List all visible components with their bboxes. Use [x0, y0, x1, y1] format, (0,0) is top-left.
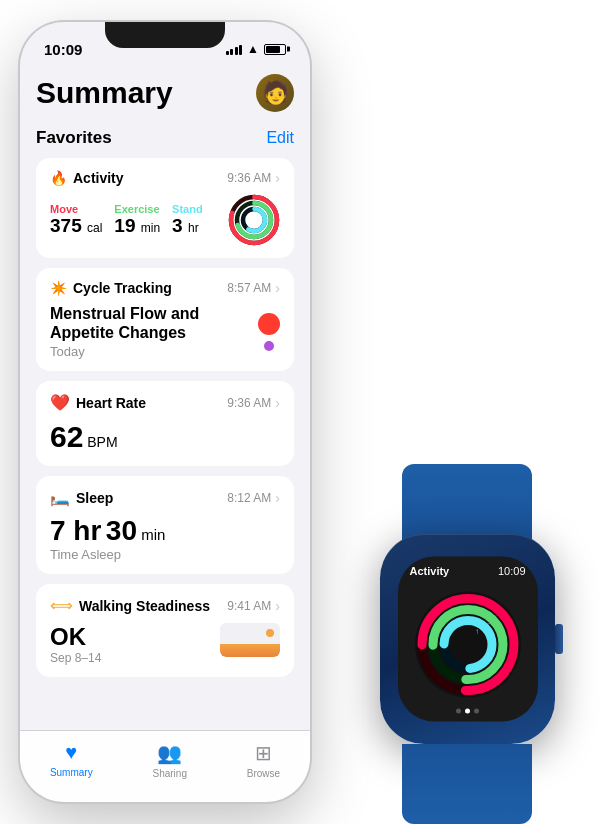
cycle-title-row: ✴️ Cycle Tracking [50, 280, 172, 296]
watch-dot-3 [474, 709, 479, 714]
move-metric: Move 375 cal [50, 203, 102, 237]
walking-title-row: ⟺ Walking Steadiness [50, 596, 210, 615]
walking-card-header: ⟺ Walking Steadiness 9:41 AM › [50, 596, 280, 615]
edit-button[interactable]: Edit [266, 129, 294, 147]
summary-tab-icon: ♥ [65, 741, 77, 764]
favorites-label: Favorites [36, 128, 112, 148]
watch-band-bottom [402, 744, 532, 824]
steadiness-bar [220, 623, 280, 657]
watch-screen: Activity 10:09 → [398, 557, 538, 722]
walking-card[interactable]: ⟺ Walking Steadiness 9:41 AM › OK Sep 8–… [36, 584, 294, 677]
cycle-card[interactable]: ✴️ Cycle Tracking 8:57 AM › Menstrual Fl… [36, 268, 294, 371]
steadiness-dot [266, 629, 274, 637]
avatar-emoji: 🧑 [262, 80, 289, 106]
sleep-subtitle: Time Asleep [50, 547, 280, 562]
activity-time: 9:36 AM › [227, 170, 280, 186]
watch-dots [398, 709, 538, 722]
flame-icon: 🔥 [50, 170, 67, 186]
move-value: 375 cal [50, 215, 102, 237]
sleep-value: 7 hr 30 min [50, 515, 280, 547]
walking-time: 9:41 AM › [227, 598, 280, 614]
activity-card[interactable]: 🔥 Activity 9:36 AM › Move 375 cal [36, 158, 294, 258]
steadiness-value: OK [50, 623, 101, 651]
activity-rings [228, 194, 280, 246]
status-icons: ▲ [226, 42, 286, 56]
cycle-card-header: ✴️ Cycle Tracking 8:57 AM › [50, 280, 280, 296]
signal-icon [226, 44, 243, 55]
sleep-icon: 🛏️ [50, 488, 70, 507]
heart-title-row: ❤️ Heart Rate [50, 393, 146, 412]
watch-dot-1 [456, 709, 461, 714]
watch-status-bar: Activity 10:09 [398, 557, 538, 581]
favorites-header: Favorites Edit [36, 128, 294, 148]
heart-rate-card[interactable]: ❤️ Heart Rate 9:36 AM › 62 BPM [36, 381, 294, 466]
sleep-time: 8:12 AM › [227, 490, 280, 506]
cycle-title: Cycle Tracking [73, 280, 172, 296]
watch-rings-svg: → → ↑ [413, 590, 523, 700]
metrics-row: Move 375 cal Exercise 19 min Stand 3 hr [50, 203, 203, 237]
chevron-icon: › [275, 170, 280, 186]
iphone-device: 10:09 ▲ Summa [20, 22, 310, 802]
steadiness-text: OK Sep 8–14 [50, 623, 101, 665]
watch-time: 10:09 [498, 565, 526, 577]
cycle-content: Menstrual Flow and Appetite Changes Toda… [50, 304, 280, 359]
watch-band-top [402, 464, 532, 544]
cycle-time: 8:57 AM › [227, 280, 280, 296]
watch-title: Activity [410, 565, 450, 577]
sharing-tab-label: Sharing [152, 768, 186, 779]
browse-tab-icon: ⊞ [255, 741, 272, 765]
sharing-tab-icon: 👥 [157, 741, 182, 765]
watch-crown [555, 624, 563, 654]
chevron-icon: › [275, 280, 280, 296]
exercise-value: 19 min [114, 215, 160, 237]
cycle-dots [258, 313, 280, 351]
cycle-subtitle: Today [50, 344, 258, 359]
exercise-label: Exercise [114, 203, 160, 215]
steadiness-content: OK Sep 8–14 [50, 623, 280, 665]
heart-time: 9:36 AM › [227, 395, 280, 411]
sleep-card-header: 🛏️ Sleep 8:12 AM › [50, 488, 280, 507]
battery-icon [264, 44, 286, 55]
browse-tab-label: Browse [247, 768, 280, 779]
cycle-icon: ✴️ [50, 280, 67, 296]
status-time: 10:09 [44, 41, 82, 58]
summary-tab-label: Summary [50, 767, 93, 778]
activity-title-row: 🔥 Activity [50, 170, 124, 186]
sleep-title-row: 🛏️ Sleep [50, 488, 113, 507]
sleep-card[interactable]: 🛏️ Sleep 8:12 AM › 7 hr 30 min Time Asle… [36, 476, 294, 574]
tab-bar: ♥ Summary 👥 Sharing ⊞ Browse [20, 730, 310, 802]
iphone-notch [105, 22, 225, 48]
activity-title: Activity [73, 170, 124, 186]
watch-body: Activity 10:09 → [380, 534, 555, 744]
walking-icon: ⟺ [50, 596, 73, 615]
page-title: Summary [36, 76, 173, 110]
activity-card-header: 🔥 Activity 9:36 AM › [50, 170, 280, 186]
avatar[interactable]: 🧑 [256, 74, 294, 112]
tab-summary[interactable]: ♥ Summary [50, 741, 93, 778]
heart-card-header: ❤️ Heart Rate 9:36 AM › [50, 393, 280, 412]
steadiness-fill [220, 644, 280, 658]
walking-title: Walking Steadiness [79, 598, 210, 614]
watch-dot-2 [465, 709, 470, 714]
activity-metrics: Move 375 cal Exercise 19 min Stand 3 hr [50, 194, 280, 246]
heart-value: 62 BPM [50, 420, 280, 454]
phone-content: Summary 🧑 Favorites Edit 🔥 Activity [20, 66, 310, 746]
iphone-screen: 10:09 ▲ Summa [20, 22, 310, 802]
cycle-text: Menstrual Flow and Appetite Changes Toda… [50, 304, 258, 359]
stand-value: 3 hr [172, 215, 203, 237]
svg-text:↑: ↑ [475, 627, 479, 636]
cycle-dot-red [258, 313, 280, 335]
tab-browse[interactable]: ⊞ Browse [247, 741, 280, 779]
heart-icon: ❤️ [50, 393, 70, 412]
move-label: Move [50, 203, 102, 215]
sleep-title: Sleep [76, 490, 113, 506]
heart-title: Heart Rate [76, 395, 146, 411]
wifi-icon: ▲ [247, 42, 259, 56]
chevron-icon: › [275, 395, 280, 411]
chevron-icon: › [275, 490, 280, 506]
stand-metric: Stand 3 hr [172, 203, 203, 237]
apple-watch: Activity 10:09 → [380, 524, 580, 764]
tab-sharing[interactable]: 👥 Sharing [152, 741, 186, 779]
cycle-description: Menstrual Flow and Appetite Changes [50, 304, 258, 342]
chevron-icon: › [275, 598, 280, 614]
